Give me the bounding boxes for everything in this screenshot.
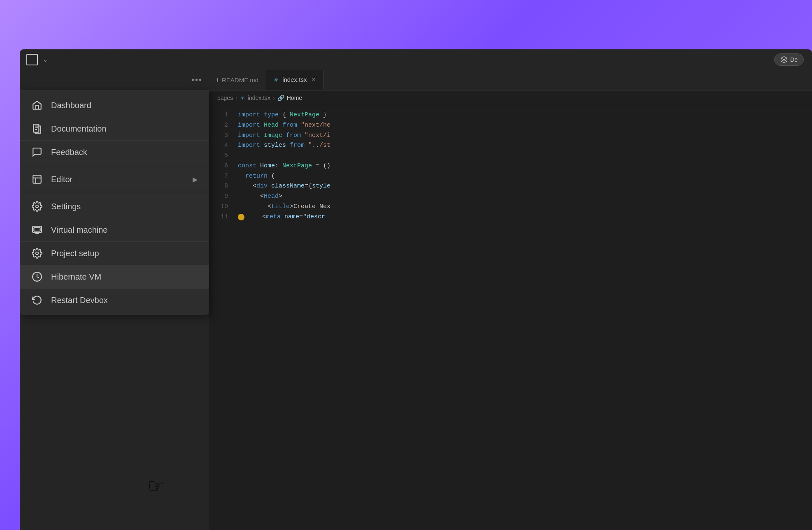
breadcrumb-pages: pages: [217, 95, 233, 101]
tab-readme-label: README.md: [222, 76, 258, 83]
dashboard-label: Dashboard: [51, 101, 91, 110]
code-line-6: const Home: NextPage = (): [238, 161, 812, 171]
code-content: 1 2 3 4 5 6 7 8 9 10 11 import ty: [209, 105, 812, 530]
menu-item-editor[interactable]: Editor ▶: [20, 168, 209, 191]
breadcrumb-sep-2: ›: [273, 95, 275, 101]
breadcrumb-file-icon: ⚛: [240, 95, 245, 101]
line-num-9: 9: [209, 192, 234, 202]
tab-index-tsx[interactable]: ⚛ index.tsx ✕: [266, 70, 324, 90]
line-num-11: 11: [209, 212, 234, 222]
title-bar-right: De: [774, 53, 804, 66]
clock-icon: [31, 271, 43, 282]
breadcrumb-sep-1: ›: [235, 95, 237, 101]
svg-point-2: [36, 205, 39, 208]
editor-item-left: Editor: [31, 174, 72, 185]
menu-item-feedback[interactable]: Feedback: [20, 141, 209, 164]
code-line-11: <meta name="descr: [238, 212, 812, 222]
code-line-7-content: return (: [238, 171, 275, 182]
code-line-4: import styles from "../st: [238, 141, 812, 151]
code-line-11-content: <meta name="descr: [251, 212, 325, 222]
vm-icon: [31, 224, 43, 236]
feedback-label: Feedback: [51, 148, 87, 157]
menu-item-restart-devbox[interactable]: Restart Devbox: [20, 289, 209, 312]
menu-item-hibernate-vm[interactable]: Hibernate VM: [20, 265, 209, 289]
tab-indextsx-label: index.tsx: [282, 76, 307, 83]
virtual-machine-label: Virtual machine: [51, 225, 107, 235]
tab-close-icon[interactable]: ✕: [312, 76, 316, 83]
code-line-3: import Image from "next/i: [238, 131, 812, 141]
project-setup-icon: [31, 248, 43, 259]
svg-rect-4: [34, 228, 40, 231]
menu-item-project-setup[interactable]: Project setup: [20, 242, 209, 265]
menu-divider-1: [20, 166, 209, 166]
line-num-7: 7: [209, 171, 234, 182]
breadcrumb-indextsx: index.tsx: [248, 95, 270, 101]
hibernate-vm-label: Hibernate VM: [51, 272, 101, 282]
code-line-2-content: import Head from "next/he: [238, 120, 330, 131]
code-line-6-content: const Home: NextPage = (): [238, 161, 330, 171]
window-layout-icon: [26, 54, 38, 65]
home-icon: [31, 100, 43, 111]
editor-icon: [31, 174, 43, 185]
code-line-10-content: <title>Create Nex: [238, 202, 330, 212]
documentation-label: Documentation: [51, 124, 107, 134]
chevron-down-icon[interactable]: ⌄: [43, 56, 48, 63]
code-line-9: <Head>: [238, 192, 812, 202]
menu-item-documentation[interactable]: Documentation: [20, 117, 209, 141]
chat-icon: [31, 146, 43, 158]
left-panel: ••• M Dashboard: [20, 70, 209, 530]
code-lines: import type { NextPage } import Head fro…: [234, 105, 812, 530]
devbox-button[interactable]: De: [774, 53, 804, 66]
line-num-1: 1: [209, 110, 234, 120]
code-line-5: [238, 151, 812, 161]
devbox-label: De: [790, 56, 798, 63]
breadcrumb-chain-icon: 🔗: [277, 95, 284, 101]
left-panel-header: •••: [20, 70, 209, 90]
code-line-4-content: import styles from "../st: [238, 141, 330, 151]
doc-icon: [31, 123, 43, 134]
cursor-pointer: ☞: [147, 474, 165, 497]
editor-label: Editor: [51, 175, 72, 184]
code-line-10: <title>Create Nex: [238, 202, 812, 212]
gear-icon: [31, 201, 43, 212]
breadcrumb: pages › ⚛ index.tsx › 🔗 Home: [209, 90, 812, 105]
tabs-bar: ℹ README.md ⚛ index.tsx ✕: [209, 70, 812, 90]
menu-item-dashboard[interactable]: Dashboard: [20, 94, 209, 117]
menu-divider-2: [20, 193, 209, 193]
info-tab-icon: ℹ: [216, 77, 219, 83]
menu-item-settings[interactable]: Settings: [20, 195, 209, 218]
restart-icon: [31, 294, 43, 306]
react-tab-icon: ⚛: [274, 76, 279, 83]
line-numbers: 1 2 3 4 5 6 7 8 9 10 11: [209, 105, 234, 530]
line-num-5: 5: [209, 151, 234, 161]
line-num-10: 10: [209, 202, 234, 212]
svg-rect-1: [33, 175, 41, 183]
main-window: ⌄ De ••• M: [20, 49, 812, 530]
line-num-2: 2: [209, 120, 234, 131]
code-line-2: import Head from "next/he: [238, 120, 812, 131]
menu-item-virtual-machine[interactable]: Virtual machine: [20, 218, 209, 242]
settings-label: Settings: [51, 202, 81, 211]
line-num-6: 6: [209, 161, 234, 171]
bulb-icon: [238, 214, 244, 220]
code-panel: ℹ README.md ⚛ index.tsx ✕ pages › ⚛ inde…: [209, 70, 812, 530]
chevron-right-icon: ▶: [193, 176, 198, 183]
cube-icon: [780, 56, 788, 63]
more-options-icon[interactable]: •••: [191, 75, 202, 85]
code-line-8-content: <div className={style: [238, 181, 330, 192]
project-setup-label: Project setup: [51, 249, 99, 258]
code-line-7: return (: [238, 171, 812, 182]
title-bar: ⌄ De: [20, 49, 812, 70]
code-line-8: <div className={style: [238, 181, 812, 192]
tab-readme[interactable]: ℹ README.md: [209, 70, 266, 90]
code-line-5-content: [238, 151, 242, 161]
restart-devbox-label: Restart Devbox: [51, 296, 108, 305]
code-line-1-content: import type { NextPage }: [238, 110, 327, 120]
line-num-8: 8: [209, 181, 234, 192]
code-line-9-content: <Head>: [238, 192, 282, 202]
code-line-3-content: import Image from "next/i: [238, 131, 330, 141]
dropdown-menu: Dashboard Documentation: [20, 90, 209, 315]
line-num-3: 3: [209, 131, 234, 141]
line-num-4: 4: [209, 141, 234, 151]
breadcrumb-home: Home: [287, 95, 302, 101]
